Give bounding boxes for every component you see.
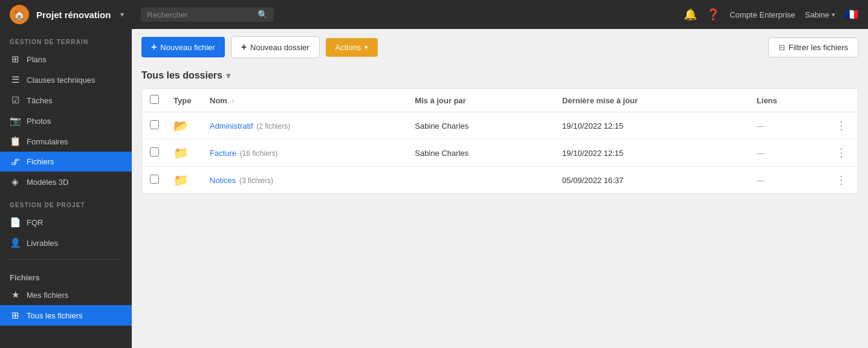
sidebar-item-clauses-label: Clauses techniques (27, 76, 95, 85)
row-name-2: Facture (16 fichiers) (202, 140, 407, 167)
table-row: 📂 Administratif (2 fichiers) Sabine Char… (142, 112, 858, 140)
fqr-icon: 📄 (10, 217, 21, 228)
row-filecount-3: (3 fichiers) (239, 176, 273, 185)
table-row: 📁 Facture (16 fichiers) Sabine Charles 1… (142, 140, 858, 167)
sidebar-divider (10, 259, 122, 260)
sidebar-item-formulaires[interactable]: 📋 Formulaires (0, 131, 132, 152)
help-icon[interactable]: ❓ (707, 8, 720, 21)
project-logo: 🏠 (10, 5, 29, 24)
row-checkbox-2[interactable] (150, 147, 159, 156)
row-links-3: — (750, 167, 825, 194)
sidebar-item-livrables-label: Livrables (27, 239, 58, 248)
row-checkbox-cell (142, 140, 166, 167)
row-updatedby-3 (407, 167, 555, 194)
fichiers-icon: 🖇 (10, 156, 21, 167)
sidebar-item-mes-fichiers-label: Mes fichiers (27, 291, 68, 300)
folder-header: Tous les dossiers ▾ (141, 65, 858, 88)
sidebar-section-projet: GESTION DE PROJET (0, 192, 132, 212)
content-area: Tous les dossiers ▾ Type (132, 65, 868, 348)
toolbar: + Nouveau fichier + Nouveau dossier Acti… (132, 29, 868, 65)
folder-header-chevron-icon[interactable]: ▾ (226, 71, 230, 80)
header-links: Liens (750, 89, 825, 112)
sidebar-item-fqr[interactable]: 📄 FQR (0, 212, 132, 233)
actions-button[interactable]: Actions ▾ (326, 38, 378, 57)
row-name-3: Notices (3 fichiers) (202, 167, 407, 194)
sidebar-item-fichiers-label: Fichiers (27, 157, 54, 166)
row-checkbox-cell (142, 112, 166, 140)
sidebar-item-mes-fichiers[interactable]: ★ Mes fichiers (0, 285, 132, 305)
sidebar-item-photos[interactable]: 📷 Photos (0, 111, 132, 131)
sidebar-item-taches[interactable]: ☑ Tâches (0, 90, 132, 111)
project-chevron-icon[interactable]: ▾ (120, 10, 124, 19)
row-type-2: 📁 (166, 140, 202, 167)
sidebar-item-photos-label: Photos (27, 117, 51, 126)
taches-icon: ☑ (10, 95, 21, 106)
row-lastupdate-3: 05/09/2022 16:37 (555, 167, 750, 194)
clauses-icon: ☰ (10, 74, 21, 85)
search-input[interactable] (147, 10, 253, 19)
row-context-menu-3[interactable]: ⋮ (832, 173, 850, 187)
row-checkbox-cell (142, 167, 166, 194)
new-file-label: Nouveau fichier (160, 43, 215, 52)
notification-icon[interactable]: 🔔 (684, 8, 697, 21)
actions-chevron-icon: ▾ (364, 44, 368, 51)
topbar: 🏠 Projet rénovation ▾ 🔍 🔔 ❓ Compte Enter… (0, 0, 868, 29)
language-flag[interactable]: 🇫🇷 (845, 8, 858, 21)
header-updated-by: Mis à jour par (407, 89, 555, 112)
plus-icon: + (151, 42, 157, 53)
new-folder-button[interactable]: + Nouveau dossier (231, 36, 320, 58)
row-menu-cell-3: ⋮ (825, 167, 858, 194)
header-checkbox-cell (142, 89, 166, 112)
row-context-menu-2[interactable]: ⋮ (832, 146, 850, 160)
row-menu-cell-2: ⋮ (825, 140, 858, 167)
grid-icon: ⊞ (10, 310, 21, 321)
row-filecount-1: (2 fichiers) (256, 122, 290, 130)
sidebar-item-livrables[interactable]: 👤 Livrables (0, 233, 132, 253)
new-folder-label: Nouveau dossier (250, 43, 309, 52)
formulaires-icon: 📋 (10, 136, 21, 147)
row-filename-3[interactable]: Notices (210, 176, 236, 185)
folder-type-icon: 📂 (173, 119, 189, 132)
sidebar-item-formulaires-label: Formulaires (27, 137, 68, 146)
header-name[interactable]: Nom ↑ (202, 89, 407, 112)
header-type: Type (166, 89, 202, 112)
row-checkbox-3[interactable] (150, 175, 159, 184)
row-checkbox-1[interactable] (150, 120, 159, 129)
table-header-row: Type Nom ↑ Mis à jour par Dernière mise … (142, 89, 858, 112)
sidebar-item-plans-label: Plans (27, 55, 47, 64)
user-menu[interactable]: Sabine ▾ (805, 10, 835, 19)
livrables-icon: 👤 (10, 237, 21, 248)
row-lastupdate-1: 19/10/2022 12:15 (555, 112, 750, 140)
table-row: 📁 Notices (3 fichiers) 05/09/2022 16:37 … (142, 167, 858, 194)
row-filename-2[interactable]: Facture (210, 149, 236, 158)
row-updatedby-1: Sabine Charles (407, 112, 555, 140)
sidebar-item-modeles3d-label: Modèles 3D (27, 178, 68, 187)
new-file-button[interactable]: + Nouveau fichier (141, 37, 225, 57)
sidebar-item-fqr-label: FQR (27, 218, 43, 227)
project-title: Projet rénovation (36, 10, 111, 20)
user-label: Sabine (805, 10, 829, 19)
account-label[interactable]: Compte Enterprise (730, 10, 795, 19)
sidebar-fichiers-section: Fichiers (0, 266, 132, 285)
modeles3d-icon: ◈ (10, 176, 21, 187)
row-context-menu-1[interactable]: ⋮ (832, 118, 850, 133)
sidebar-item-plans[interactable]: ⊞ Plans (0, 49, 132, 69)
select-all-checkbox[interactable] (150, 95, 159, 104)
row-lastupdate-2: 19/10/2022 12:15 (555, 140, 750, 167)
filter-label: Filtrer les fichiers (789, 43, 848, 52)
sidebar-item-modeles3d[interactable]: ◈ Modèles 3D (0, 172, 132, 192)
header-last-update: Dernière mise à jour (555, 89, 750, 112)
main-content: + Nouveau fichier + Nouveau dossier Acti… (132, 29, 868, 348)
sidebar-item-tous-fichiers-label: Tous les fichiers (27, 311, 82, 320)
sidebar-item-taches-label: Tâches (27, 96, 53, 105)
row-name-1: Administratif (2 fichiers) (202, 112, 407, 140)
row-updatedby-2: Sabine Charles (407, 140, 555, 167)
sidebar-item-tous-fichiers[interactable]: ⊞ Tous les fichiers (0, 305, 132, 326)
row-filename-1[interactable]: Administratif (210, 121, 253, 130)
row-filecount-2: (16 fichiers) (240, 149, 278, 158)
row-links-1: — (750, 112, 825, 140)
sidebar-item-fichiers[interactable]: 🖇 Fichiers (0, 152, 132, 172)
row-type-1: 📂 (166, 112, 202, 140)
filter-button[interactable]: ⊟ Filtrer les fichiers (768, 37, 858, 57)
sidebar-item-clauses[interactable]: ☰ Clauses techniques (0, 69, 132, 90)
